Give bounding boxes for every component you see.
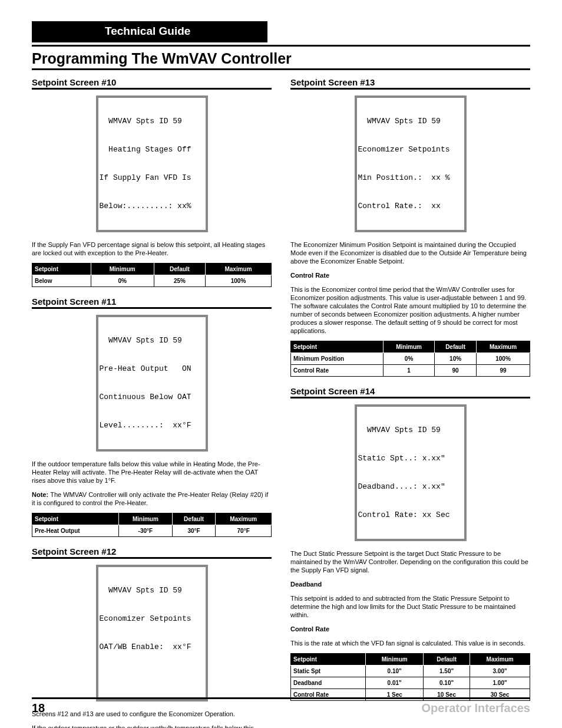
td: 100% [477,353,530,365]
subhead-label: Deadband [290,581,322,588]
subhead-label: Control Rate [290,625,329,633]
header-rule [32,45,530,47]
para-10: If the Supply Fan VFD percentage signal … [32,241,272,257]
footer: 18 Operator Interfaces [32,697,530,715]
table-10: Setpoint Minimum Default Maximum Below 0… [32,263,272,287]
lcd-line: Level........: xx°F [100,421,204,430]
lcd-line: Static Spt..: x.xx" [358,454,463,463]
para-12b: If the outdoor temperature or the outdoo… [32,724,272,728]
td: 30°F [172,525,216,537]
th: Minimum [119,513,173,525]
td: Control Rate [291,365,384,377]
td: Pre-Heat Output [32,525,119,537]
lcd-line: Deadband....: x.xx" [358,482,463,492]
th: Maximum [470,654,530,666]
td: 90 [435,365,477,377]
th: Setpoint [291,654,366,666]
section-heading-14: Setpoint Screen #14 [290,386,530,398]
subhead-14-ctrl: Control Rate [290,625,530,633]
lcd-line: WMVAV Spts ID 59 [100,117,204,126]
th: Default [424,654,470,666]
th: Setpoint [291,341,384,353]
page-number: 18 [32,701,45,715]
header-guide-label: Technical Guide [105,25,190,37]
th: Default [154,263,205,275]
th: Minimum [383,341,434,353]
lcd-line: Economizer Setpoints [100,614,204,624]
table-14: Setpoint Minimum Default Maximum Static … [290,653,530,701]
para-13a: The Economizer Minimum Position Setpoint… [290,241,530,265]
subhead-label: Control Rate [290,272,329,279]
td: Static Spt [291,666,366,677]
th: Maximum [477,341,530,353]
para-14a: The Duct Static Pressure Setpoint is the… [290,549,530,574]
lcd-line: If Supply Fan VFD Is [100,173,204,183]
lcd-line [100,671,204,680]
td: 0.10" [366,666,424,677]
td: 25% [154,275,205,287]
para-14b: This setpoint is added to and subtracted… [290,594,530,619]
td: Minimum Position [291,353,384,365]
lcd-line: WMVAV Spts ID 59 [100,336,204,345]
section-heading-12: Setpoint Screen #12 [32,546,272,559]
lcd-line: Heating Stages Off [100,145,204,154]
page-title: Programming The WmVAV Controller [32,50,530,67]
td: 0.10" [424,677,470,689]
td: 10% [435,353,477,365]
td: 1.50" [424,666,470,677]
note-11: Note: The WMVAV Controller will only act… [32,490,272,507]
td: 99 [477,365,530,377]
td: 0% [383,353,434,365]
para-13b: This is the Economizer control time peri… [290,285,530,335]
th: Minimum [91,263,154,275]
section-heading-10: Setpoint Screen #10 [32,77,272,90]
lcd-screen-14: WMVAV Spts ID 59 Static Spt..: x.xx" Dea… [355,404,467,541]
lcd-line: Control Rate.: xx [358,202,463,211]
lcd-line: OAT/WB Enable: xx°F [100,643,204,652]
lcd-screen-10: WMVAV Spts ID 59 Heating Stages Off If S… [96,95,208,232]
para-11: If the outdoor temperature falls below t… [32,460,272,485]
table-13: Setpoint Minimum Default Maximum Minimum… [290,341,530,377]
td: -30°F [119,525,173,537]
lcd-screen-13: WMVAV Spts ID 59 Economizer Setpoints Mi… [355,95,467,232]
lcd-line: Economizer Setpoints [358,145,463,154]
td: 0% [91,275,154,287]
lcd-screen-11: WMVAV Spts ID 59 Pre-Heat Output ON Cont… [96,315,208,452]
right-column: Setpoint Screen #13 WMVAV Spts ID 59 Eco… [290,74,530,728]
th: Minimum [366,654,424,666]
th: Default [435,341,477,353]
th: Setpoint [32,263,91,275]
subhead-14-dead: Deadband [290,580,530,588]
lcd-line: Below:.........: xx% [100,202,204,211]
title-rule [32,68,530,70]
td: 70°F [216,525,272,537]
lcd-line: Continuous Below OAT [100,393,204,402]
td: 3.00" [470,666,530,677]
lcd-line: WMVAV Spts ID 59 [358,426,463,435]
td: 1.00" [470,677,530,689]
para-14c: This is the rate at which the VFD fan si… [290,639,530,647]
td: Below [32,275,91,287]
th: Default [172,513,216,525]
td: 1 [383,365,434,377]
lcd-screen-12: WMVAV Spts ID 59 Economizer Setpoints OA… [96,565,208,701]
td: 0.01" [366,677,424,689]
lcd-line: Pre-Heat Output ON [100,364,204,374]
th: Setpoint [32,513,119,525]
lcd-line: Control Rate: xx Sec [358,510,463,520]
td: 100% [206,275,272,287]
header-bar: Technical Guide [32,21,267,42]
note-11-text: The WMVAV Controller will only activate … [32,491,268,506]
footer-label: Operator Interfaces [421,701,530,715]
section-heading-11: Setpoint Screen #11 [32,297,272,309]
lcd-line: WMVAV Spts ID 59 [100,586,204,595]
th: Maximum [216,513,272,525]
th: Maximum [206,263,272,275]
subhead-13-rate: Control Rate [290,271,530,279]
td: Deadband [291,677,366,689]
left-column: Setpoint Screen #10 WMVAV Spts ID 59 Hea… [32,74,272,728]
lcd-line: Min Position.: xx % [358,173,463,183]
section-heading-13: Setpoint Screen #13 [290,77,530,90]
table-11: Setpoint Minimum Default Maximum Pre-Hea… [32,513,272,537]
lcd-line: WMVAV Spts ID 59 [358,117,463,126]
